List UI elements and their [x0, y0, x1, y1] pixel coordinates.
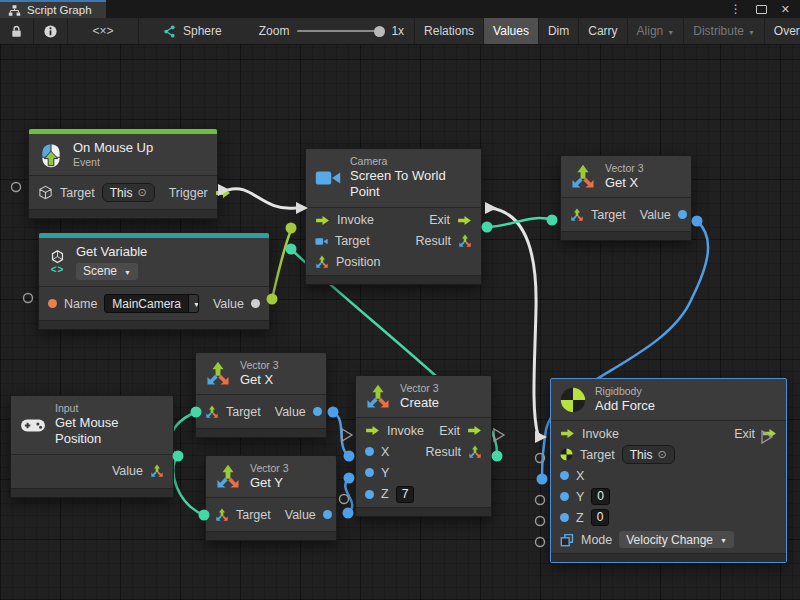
target-this-pill[interactable]: This⊙	[622, 445, 675, 464]
port-name-label: Name	[64, 297, 97, 311]
node-create-vector3[interactable]: Vector 3 Create Invoke Exit X Result Y Z…	[355, 375, 492, 517]
graph-tab-icon	[8, 4, 21, 17]
camera-icon[interactable]	[315, 235, 328, 248]
node-title: Get Mouse Position	[55, 415, 163, 448]
node-get-variable[interactable]: <> Get Variable Scene▼ Name MainCamera ▼…	[38, 232, 270, 330]
port-y-label: Y	[576, 490, 584, 504]
node-get-mouse-position[interactable]: Input Get Mouse Position Value	[10, 395, 174, 498]
node-footer	[551, 553, 786, 562]
flow-arrow-icon[interactable]	[215, 187, 231, 199]
relations-button[interactable]: Relations	[414, 18, 483, 44]
vector3-icon[interactable]	[468, 445, 482, 459]
code-toggle-button[interactable]: <×>	[68, 18, 139, 44]
variable-scope-dropdown[interactable]: Scene▼	[76, 263, 138, 280]
port-y-dot[interactable]	[365, 468, 374, 477]
z-value-field[interactable]: 0	[591, 509, 610, 526]
vector3-icon[interactable]	[458, 234, 472, 248]
node-footer	[306, 275, 481, 284]
tab-label: Script Graph	[27, 4, 92, 16]
chevron-down-icon: ▼	[188, 295, 199, 312]
node-get-y[interactable]: Vector 3 Get Y Target Value	[205, 455, 337, 541]
port-value-dot[interactable]	[313, 407, 322, 416]
graph-toolbar: <×> Sphere Zoom 1x Relations Values Dim …	[0, 18, 800, 45]
zoom-control: Zoom 1x	[249, 18, 414, 44]
chevron-down-icon: ▼	[720, 537, 727, 544]
flow-arrow-icon[interactable]	[762, 428, 777, 439]
close-icon[interactable]: ✕	[781, 3, 790, 16]
maximize-icon[interactable]	[756, 5, 767, 14]
overview-label: Overview	[774, 24, 800, 38]
vector3-icon[interactable]	[570, 208, 584, 222]
graph-name: Sphere	[183, 24, 222, 38]
distribute-label: Distribute	[693, 24, 744, 38]
port-target-label: Target	[591, 208, 626, 222]
port-mode-label: Mode	[581, 533, 612, 547]
port-exit-label: Exit	[439, 424, 460, 438]
flow-arrow-icon[interactable]	[365, 425, 380, 436]
port-value-dot[interactable]	[678, 210, 687, 219]
align-button[interactable]: Align▼	[627, 18, 684, 44]
vector3-icon[interactable]	[205, 405, 219, 419]
align-label: Align	[637, 24, 664, 38]
carry-button[interactable]: Carry	[578, 18, 626, 44]
title-bar: Script Graph ⋮ ✕	[0, 0, 800, 18]
rigidbody-icon[interactable]	[560, 448, 573, 461]
vector3-icon[interactable]	[150, 464, 164, 478]
lock-icon	[9, 24, 24, 39]
node-on-mouse-up[interactable]: On Mouse Up Event Target This⊙ Trigger	[28, 128, 218, 219]
window-menu-icon[interactable]: ⋮	[730, 2, 742, 16]
node-screen-to-world-point[interactable]: Camera Screen To World Point Invoke Exit…	[305, 148, 482, 285]
flow-arrow-icon[interactable]	[315, 215, 330, 226]
port-z-label: Z	[381, 487, 389, 501]
variable-icon: <>	[48, 249, 67, 275]
values-button[interactable]: Values	[483, 18, 538, 44]
node-add-force[interactable]: Rigidbody Add Force Invoke Exit Target T…	[550, 378, 787, 563]
node-group: Input	[55, 402, 163, 415]
port-x-dot[interactable]	[560, 471, 569, 480]
rigidbody-icon	[560, 387, 586, 413]
gamepad-icon	[20, 416, 46, 434]
port-x-dot[interactable]	[365, 447, 374, 456]
relations-label: Relations	[424, 24, 474, 38]
zoom-slider-thumb[interactable]	[374, 26, 385, 37]
flow-arrow-icon[interactable]	[560, 428, 575, 439]
distribute-button[interactable]: Distribute▼	[683, 18, 764, 44]
port-value-dot[interactable]	[251, 299, 260, 308]
port-target-label: Target	[580, 448, 615, 462]
port-value-dot[interactable]	[323, 510, 332, 519]
flow-arrow-icon[interactable]	[457, 215, 472, 226]
vector3-icon	[365, 384, 391, 410]
info-button[interactable]	[34, 18, 68, 44]
port-z-dot[interactable]	[365, 490, 374, 499]
lock-button[interactable]	[0, 18, 34, 44]
this-label: This	[630, 448, 653, 462]
zoom-slider[interactable]	[297, 30, 383, 32]
mode-dropdown[interactable]: Velocity Change▼	[619, 531, 734, 548]
y-value-field[interactable]: 0	[591, 488, 610, 505]
overview-button[interactable]: Overview	[764, 18, 800, 44]
dim-button[interactable]: Dim	[538, 18, 578, 44]
graph-breadcrumb[interactable]: Sphere	[139, 18, 231, 44]
node-subtitle: Event	[73, 156, 153, 169]
target-this-pill[interactable]: This⊙	[102, 183, 155, 202]
this-label: This	[110, 186, 133, 200]
port-y-dot[interactable]	[560, 492, 569, 501]
flow-arrow-icon[interactable]	[467, 425, 482, 436]
port-value-label: Value	[285, 508, 316, 522]
port-position-label: Position	[336, 255, 380, 269]
tab-script-graph[interactable]: Script Graph	[0, 0, 106, 18]
vector3-icon[interactable]	[315, 255, 329, 269]
variable-name-dropdown[interactable]: MainCamera ▼	[104, 294, 199, 313]
node-get-x-mid[interactable]: Vector 3 Get X Target Value	[195, 352, 327, 438]
port-z-dot[interactable]	[560, 513, 569, 522]
z-value-field[interactable]: 7	[396, 486, 415, 503]
node-title: Get X	[240, 372, 279, 388]
node-footer	[196, 428, 326, 437]
enum-icon[interactable]	[560, 533, 574, 547]
vector3-icon[interactable]	[215, 508, 229, 522]
port-trigger-label: Trigger	[169, 186, 208, 200]
vector3-icon	[205, 361, 231, 387]
node-get-x-top[interactable]: Vector 3 Get X Target Value	[560, 155, 692, 241]
node-group: Vector 3	[240, 359, 279, 372]
port-name-dot[interactable]	[48, 299, 57, 308]
